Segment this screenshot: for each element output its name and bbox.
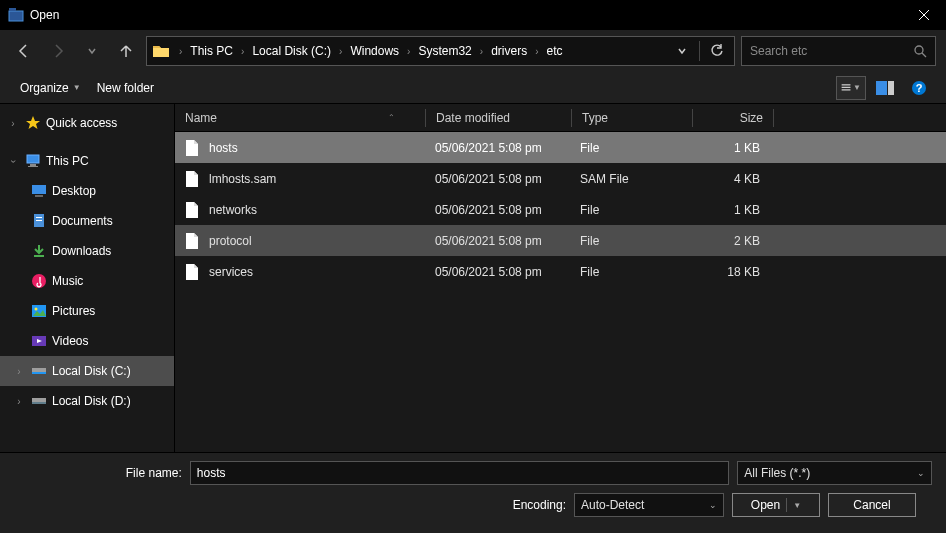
column-headers: Name ⌃ Date modified Type Size: [175, 104, 946, 132]
recent-dropdown[interactable]: [78, 37, 106, 65]
chevron-right-icon[interactable]: ›: [6, 118, 20, 129]
videos-icon: [30, 332, 48, 350]
sidebar-item-label: Local Disk (D:): [52, 394, 131, 408]
chevron-down-icon: ⌄: [917, 468, 925, 478]
svg-rect-29: [32, 402, 46, 404]
svg-rect-19: [36, 217, 42, 218]
file-size: 4 KB: [690, 172, 770, 186]
organize-label: Organize: [20, 81, 69, 95]
help-button[interactable]: ?: [904, 76, 934, 100]
chevron-down-icon: ▼: [853, 83, 861, 92]
breadcrumb[interactable]: System32: [414, 44, 475, 58]
sidebar-item-downloads[interactable]: Downloads: [0, 236, 174, 266]
folder-icon: [151, 41, 171, 61]
sidebar-item-local-disk-d[interactable]: › Local Disk (D:): [0, 386, 174, 416]
svg-rect-21: [34, 255, 44, 257]
encoding-dropdown[interactable]: Auto-Detect ⌄: [574, 493, 724, 517]
file-row[interactable]: hosts05/06/2021 5:08 pmFile1 KB: [175, 132, 946, 163]
file-row[interactable]: services05/06/2021 5:08 pmFile18 KB: [175, 256, 946, 287]
file-type: File: [570, 234, 690, 248]
sidebar-item-label: Desktop: [52, 184, 96, 198]
sidebar-item-label: Videos: [52, 334, 88, 348]
breadcrumb[interactable]: Local Disk (C:): [248, 44, 335, 58]
address-bar[interactable]: › This PC › Local Disk (C:) › Windows › …: [146, 36, 735, 66]
drive-icon: [30, 362, 48, 380]
column-size[interactable]: Size: [693, 111, 773, 125]
svg-point-4: [915, 46, 923, 54]
back-button[interactable]: [10, 37, 38, 65]
sidebar-quick-access[interactable]: › Quick access: [0, 108, 174, 138]
file-date: 05/06/2021 5:08 pm: [425, 141, 570, 155]
up-button[interactable]: [112, 37, 140, 65]
open-button[interactable]: Open ▼: [732, 493, 820, 517]
music-icon: [30, 272, 48, 290]
titlebar: Open: [0, 0, 946, 30]
app-icon: [8, 7, 24, 23]
downloads-icon: [30, 242, 48, 260]
sidebar-item-music[interactable]: Music: [0, 266, 174, 296]
svg-rect-15: [28, 166, 38, 167]
sidebar-this-pc[interactable]: › This PC: [0, 146, 174, 176]
chevron-right-icon[interactable]: ›: [12, 366, 26, 377]
svg-rect-16: [32, 185, 46, 194]
view-button[interactable]: ▼: [836, 76, 866, 100]
bottom-panel: File name: All Files (*.*) ⌄ Encoding: A…: [0, 452, 946, 530]
breadcrumb[interactable]: etc: [543, 44, 567, 58]
chevron-right-icon[interactable]: ›: [337, 46, 344, 57]
close-button[interactable]: [901, 0, 946, 30]
file-size: 2 KB: [690, 234, 770, 248]
svg-rect-8: [842, 89, 851, 90]
column-name[interactable]: Name ⌃: [175, 111, 425, 125]
search-input[interactable]: [750, 44, 913, 58]
refresh-button[interactable]: [704, 38, 730, 64]
preview-pane-button[interactable]: [870, 76, 900, 100]
chevron-right-icon[interactable]: ›: [478, 46, 485, 57]
sidebar-item-local-disk-c[interactable]: › Local Disk (C:): [0, 356, 174, 386]
chevron-down-icon: ▼: [793, 501, 801, 510]
file-date: 05/06/2021 5:08 pm: [425, 172, 570, 186]
organize-button[interactable]: Organize ▼: [12, 77, 89, 99]
svg-rect-13: [27, 155, 39, 163]
filename-input[interactable]: [190, 461, 729, 485]
encoding-value: Auto-Detect: [581, 498, 644, 512]
breadcrumb[interactable]: drivers: [487, 44, 531, 58]
svg-rect-6: [842, 84, 851, 85]
breadcrumb[interactable]: Windows: [346, 44, 403, 58]
column-date[interactable]: Date modified: [426, 111, 571, 125]
file-name: hosts: [209, 141, 238, 155]
file-type: SAM File: [570, 172, 690, 186]
search-box[interactable]: [741, 36, 936, 66]
sidebar-item-videos[interactable]: Videos: [0, 326, 174, 356]
chevron-right-icon[interactable]: ›: [405, 46, 412, 57]
svg-rect-1: [9, 8, 16, 11]
file-type: File: [570, 141, 690, 155]
sidebar-item-pictures[interactable]: Pictures: [0, 296, 174, 326]
chevron-right-icon[interactable]: ›: [177, 46, 184, 57]
chevron-down-icon: ⌄: [709, 500, 717, 510]
sidebar-item-label: Documents: [52, 214, 113, 228]
file-row[interactable]: protocol05/06/2021 5:08 pmFile2 KB: [175, 225, 946, 256]
new-folder-button[interactable]: New folder: [89, 77, 162, 99]
file-size: 1 KB: [690, 141, 770, 155]
desktop-icon: [30, 182, 48, 200]
chevron-right-icon[interactable]: ›: [12, 396, 26, 407]
file-date: 05/06/2021 5:08 pm: [425, 234, 570, 248]
column-type[interactable]: Type: [572, 111, 692, 125]
sidebar-item-documents[interactable]: Documents: [0, 206, 174, 236]
breadcrumb[interactable]: This PC: [186, 44, 237, 58]
address-dropdown[interactable]: [669, 38, 695, 64]
chevron-down-icon[interactable]: ›: [8, 154, 19, 168]
cancel-button[interactable]: Cancel: [828, 493, 916, 517]
file-type-filter[interactable]: All Files (*.*) ⌄: [737, 461, 932, 485]
sort-indicator: ⌃: [388, 113, 395, 122]
file-row[interactable]: lmhosts.sam05/06/2021 5:08 pmSAM File4 K…: [175, 163, 946, 194]
chevron-right-icon[interactable]: ›: [239, 46, 246, 57]
sidebar: › Quick access › This PC Desktop Documen…: [0, 104, 175, 452]
file-date: 05/06/2021 5:08 pm: [425, 203, 570, 217]
file-row[interactable]: networks05/06/2021 5:08 pmFile1 KB: [175, 194, 946, 225]
sidebar-item-desktop[interactable]: Desktop: [0, 176, 174, 206]
svg-line-5: [922, 53, 926, 57]
file-date: 05/06/2021 5:08 pm: [425, 265, 570, 279]
forward-button[interactable]: [44, 37, 72, 65]
chevron-right-icon[interactable]: ›: [533, 46, 540, 57]
